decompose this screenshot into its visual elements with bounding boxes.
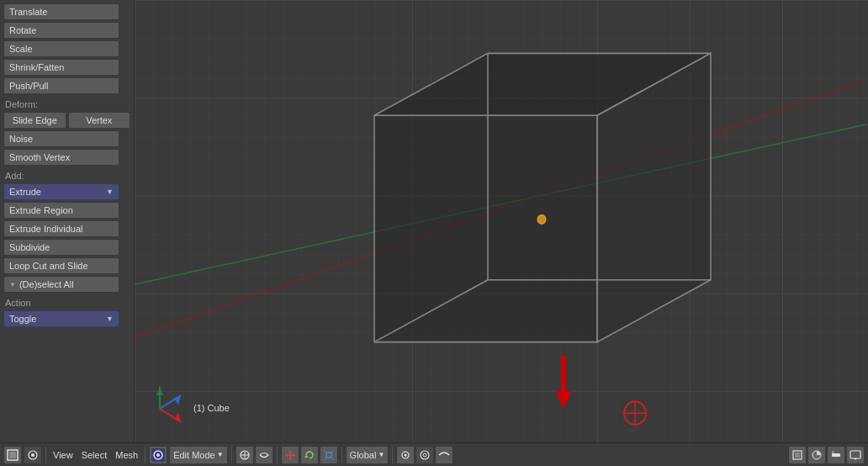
view-menu[interactable]: View: [50, 450, 77, 460]
separator-6: [392, 447, 393, 463]
scale-icon[interactable]: [320, 446, 338, 464]
extrude-individual-button[interactable]: Extrude Individual: [3, 220, 119, 237]
svg-marker-5: [374, 115, 597, 342]
viewport-shading-icon[interactable]: [827, 446, 845, 464]
select-menu[interactable]: Select: [78, 450, 111, 460]
orbit-icon[interactable]: [255, 446, 273, 464]
global-arrow-icon: ▼: [378, 451, 384, 458]
proportional-type-icon[interactable]: [435, 446, 453, 464]
svg-line-41: [324, 458, 326, 460]
toggle-select-button[interactable]: Toggle ▼: [3, 310, 119, 327]
svg-line-39: [324, 450, 326, 453]
svg-rect-52: [850, 451, 860, 458]
global-select[interactable]: Global ▼: [346, 446, 389, 464]
transform-icons: [281, 446, 338, 464]
vertex-button[interactable]: Vertex: [68, 112, 131, 129]
display-icon[interactable]: [846, 446, 865, 464]
smooth-vertex-button[interactable]: Smooth Vertex: [3, 149, 119, 166]
svg-point-26: [31, 453, 34, 457]
toggle-arrow-icon: ▼: [106, 315, 114, 323]
svg-rect-51: [832, 451, 834, 453]
mode-label: Edit Mode: [173, 450, 215, 460]
svg-marker-35: [285, 453, 288, 457]
add-label: Add:: [3, 171, 130, 181]
shrink-fatten-button[interactable]: Shrink/Fatten: [3, 59, 119, 76]
shading-icon[interactable]: [807, 446, 826, 464]
global-label: Global: [350, 450, 377, 460]
svg-point-29: [156, 453, 160, 457]
loop-cut-slide-button[interactable]: Loop Cut and Slide: [3, 257, 119, 274]
main-area: Translate Rotate Scale Shrink/Fatten Pus…: [0, 0, 868, 442]
extrude-region-button[interactable]: Extrude Region: [3, 202, 119, 219]
svg-rect-48: [795, 453, 800, 458]
svg-rect-24: [9, 452, 16, 458]
right-icons: [788, 446, 865, 464]
separator-1: [45, 447, 46, 463]
deselect-all-button[interactable]: (De)select All: [3, 276, 119, 293]
svg-rect-13: [561, 355, 566, 392]
mode-select[interactable]: Edit Mode ▼: [169, 446, 227, 464]
extra-icons: [396, 446, 453, 464]
svg-line-42: [331, 458, 334, 460]
svg-marker-33: [288, 450, 292, 453]
extrude-button[interactable]: Extrude ▼: [3, 183, 119, 200]
left-panel: Translate Rotate Scale Shrink/Fatten Pus…: [0, 0, 135, 442]
translate-button[interactable]: Translate: [3, 3, 119, 20]
grid-svg: [135, 0, 868, 442]
svg-marker-37: [304, 455, 309, 458]
svg-point-46: [423, 453, 426, 457]
object-name: (1) Cube: [193, 403, 230, 413]
noise-button[interactable]: Noise: [3, 130, 119, 147]
blender-icon[interactable]: [149, 446, 167, 464]
proportional-icon[interactable]: [415, 446, 434, 464]
snapping-icon[interactable]: [396, 446, 415, 464]
mode-arrow-icon: ▼: [217, 451, 224, 458]
svg-point-45: [421, 451, 429, 459]
svg-rect-38: [326, 453, 331, 458]
push-pull-button[interactable]: Push/Pull: [3, 77, 119, 94]
render-icon[interactable]: [24, 446, 42, 464]
deform-label: Deform:: [3, 99, 130, 109]
svg-marker-36: [293, 453, 295, 457]
separator-4: [277, 447, 278, 463]
action-label: Action: [3, 298, 130, 308]
separator-5: [341, 447, 342, 463]
slide-edge-button[interactable]: Slide Edge: [3, 112, 66, 129]
overlay-icon[interactable]: [788, 446, 807, 464]
svg-marker-34: [288, 458, 292, 460]
svg-line-40: [331, 450, 334, 453]
rotate-icon[interactable]: [300, 446, 319, 464]
separator-2: [145, 447, 146, 463]
rotate-button[interactable]: Rotate: [3, 22, 119, 39]
mesh-menu[interactable]: Mesh: [112, 450, 141, 460]
subdivide-button[interactable]: Subdivide: [3, 239, 119, 256]
svg-point-11: [537, 215, 546, 225]
perspective-icon[interactable]: [236, 446, 254, 464]
svg-point-44: [405, 453, 407, 456]
extrude-arrow-icon: ▼: [106, 188, 114, 196]
viewport[interactable]: (1) Cube: [135, 0, 868, 442]
scene-icon[interactable]: [3, 446, 22, 464]
svg-rect-50: [832, 453, 840, 457]
move-icon[interactable]: [281, 446, 299, 464]
scale-button[interactable]: Scale: [3, 40, 119, 57]
separator-3: [231, 447, 232, 463]
bottom-bar: View Select Mesh Edit Mode ▼: [0, 442, 868, 466]
deform-row-1: Slide Edge Vertex: [3, 112, 130, 129]
shading-icons: [236, 446, 273, 464]
